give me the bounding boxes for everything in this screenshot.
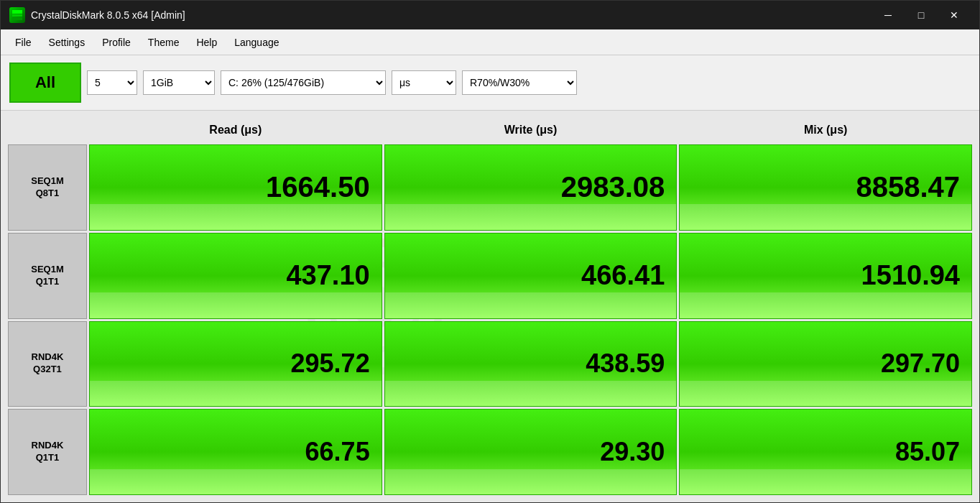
cell-rnd4k-q32t1-read: 295.72: [89, 321, 382, 407]
cell-rnd4k-q1t1-read: 66.75: [89, 409, 382, 495]
cell-rnd4k-q32t1-write: 438.59: [384, 321, 678, 407]
cell-rnd4k-q1t1-mix: 85.07: [679, 409, 972, 495]
row-label-seq1m-q8t1: SEQ1MQ8T1: [8, 144, 87, 231]
svg-rect-2: [12, 17, 22, 20]
cell-rnd4k-q32t1-mix: 297.70: [679, 321, 972, 407]
menu-help[interactable]: Help: [188, 34, 226, 51]
count-select[interactable]: 5: [87, 70, 137, 95]
main-window: CrystalDiskMark 8.0.5 x64 [Admin] ─ □ ✕ …: [0, 0, 980, 503]
col-header-write: Write (μs): [384, 118, 678, 142]
menu-profile[interactable]: Profile: [93, 34, 139, 51]
row-label-seq1m-q1t1: SEQ1MQ1T1: [8, 233, 87, 319]
size-select[interactable]: 1GiB: [143, 70, 215, 95]
window-title: CrystalDiskMark 8.0.5 x64 [Admin]: [31, 9, 872, 21]
main-content: HWardware&Co Read (μs) Write (μs) Mix (μ…: [1, 111, 979, 502]
cell-seq1m-q8t1-read: 1664.50: [89, 144, 382, 231]
unit-select[interactable]: μs: [392, 70, 456, 95]
cell-seq1m-q8t1-mix: 8858.47: [679, 144, 972, 231]
svg-rect-1: [12, 14, 22, 17]
minimize-button[interactable]: ─: [872, 1, 905, 29]
col-header-mix: Mix (μs): [679, 118, 972, 142]
cell-seq1m-q1t1-mix: 1510.94: [679, 233, 972, 319]
window-controls: ─ □ ✕: [872, 1, 971, 29]
menubar: File Settings Profile Theme Help Languag…: [1, 29, 979, 55]
menu-language[interactable]: Language: [226, 34, 287, 51]
all-button[interactable]: All: [9, 63, 81, 103]
cell-seq1m-q1t1-write: 466.41: [384, 233, 678, 319]
cell-seq1m-q8t1-write: 2983.08: [384, 144, 678, 231]
cell-rnd4k-q1t1-write: 29.30: [384, 409, 678, 495]
header-empty: [8, 118, 87, 142]
toolbar: All 5 1GiB C: 26% (125/476GiB) μs R70%/W…: [1, 55, 979, 111]
profile-select[interactable]: R70%/W30%: [462, 70, 577, 95]
row-label-rnd4k-q1t1: RND4KQ1T1: [8, 409, 87, 495]
maximize-button[interactable]: □: [905, 1, 938, 29]
results-grid: Read (μs) Write (μs) Mix (μs) SEQ1MQ8T1 …: [8, 118, 972, 495]
app-icon: [9, 7, 25, 23]
titlebar: CrystalDiskMark 8.0.5 x64 [Admin] ─ □ ✕: [1, 1, 979, 29]
row-label-rnd4k-q32t1: RND4KQ32T1: [8, 321, 87, 407]
col-header-read: Read (μs): [89, 118, 382, 142]
menu-file[interactable]: File: [6, 34, 40, 51]
menu-settings[interactable]: Settings: [40, 34, 94, 51]
menu-theme[interactable]: Theme: [139, 34, 188, 51]
close-button[interactable]: ✕: [938, 1, 971, 29]
svg-rect-0: [12, 10, 22, 14]
drive-select[interactable]: C: 26% (125/476GiB): [221, 70, 386, 95]
cell-seq1m-q1t1-read: 437.10: [89, 233, 382, 319]
